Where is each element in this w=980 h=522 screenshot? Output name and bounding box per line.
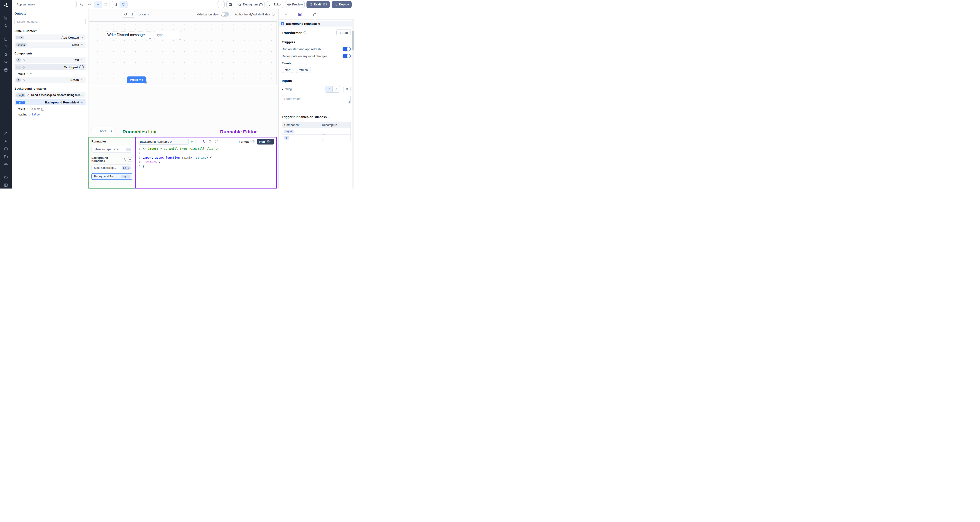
rail-home-icon[interactable] [4, 37, 8, 41]
scroll-into-view-icon[interactable] [22, 66, 25, 69]
tab-component-settings[interactable] [298, 12, 302, 16]
center-layout-button[interactable] [94, 2, 102, 8]
fullwidth-layout-button[interactable] [102, 2, 110, 8]
draft-button[interactable]: Draft⌘S [307, 1, 329, 8]
rail-runs-icon[interactable] [4, 45, 8, 49]
delete-icon[interactable] [208, 139, 212, 144]
output-row-a[interactable]: a Text [14, 57, 86, 63]
chevron-up-icon[interactable] [81, 101, 84, 104]
chevron-up-icon[interactable] [80, 66, 83, 69]
more-menu-button[interactable]: ⋮ [218, 1, 224, 8]
preview-button[interactable]: Preview [285, 1, 305, 8]
runnable-name-input[interactable] [138, 138, 189, 145]
runnables-title: Runnables [91, 140, 132, 143]
tab-styling[interactable] [312, 12, 317, 16]
rail-schedules-icon[interactable] [4, 68, 8, 72]
code-editor[interactable]: 123456 // import * as wmill from "windmi… [136, 146, 276, 188]
ai-assistant-icon[interactable] [201, 139, 206, 144]
info-icon[interactable] [328, 115, 331, 119]
press-me-button[interactable]: Press me [127, 76, 146, 83]
undo-button[interactable] [78, 2, 84, 8]
rail-resources-icon[interactable] [4, 60, 8, 64]
scroll-into-view-icon[interactable] [27, 94, 30, 97]
desktop-view-button[interactable] [119, 2, 127, 8]
output-row-c[interactable]: c Button [14, 77, 86, 83]
hide-bar-toggle[interactable] [221, 12, 229, 17]
rail-user-icon[interactable] [4, 131, 8, 135]
info-icon[interactable] [272, 13, 275, 16]
windmill-logo[interactable] [3, 2, 9, 9]
deploy-button[interactable]: Deploy [332, 1, 352, 8]
zoom-in-button[interactable]: + [108, 128, 115, 134]
chevron-down-icon[interactable] [81, 58, 84, 62]
static-mode-button[interactable] [325, 86, 332, 92]
event-start-pill[interactable]: start [282, 67, 293, 73]
output-row-state[interactable]: state State [14, 42, 86, 48]
frequency-select[interactable]: once [139, 13, 150, 16]
info-icon[interactable] [303, 31, 307, 34]
outputs-search-input[interactable] [14, 18, 86, 25]
rail-folders-icon[interactable] [4, 154, 8, 159]
run-button[interactable]: Run ⌘↵ [257, 138, 274, 145]
transformer-row: Transformer + Add [282, 29, 351, 36]
rail-settings-icon[interactable] [4, 139, 8, 143]
mobile-view-button[interactable] [112, 2, 119, 8]
connect-mode-button[interactable] [343, 86, 351, 92]
rail-workers-icon[interactable] [4, 147, 8, 151]
ctx-label: App Context [62, 36, 79, 39]
bg0-label: Send a message to discord using webhoo [31, 94, 84, 97]
rail-apps-icon[interactable] [4, 16, 8, 20]
resize-handle[interactable] [149, 37, 151, 38]
redo-button[interactable] [86, 2, 92, 8]
debug-runs-label: Debug runs (7) [243, 3, 263, 6]
static-value-input[interactable] [282, 95, 351, 104]
ai-wand-icon[interactable] [123, 158, 126, 161]
output-row-bg0[interactable]: bg_0 Send a message to discord using web… [14, 92, 86, 98]
app-summary-input[interactable] [14, 1, 77, 8]
expand-editor-icon[interactable] [215, 139, 219, 144]
rail-variables-icon[interactable] [4, 53, 8, 56]
discord-message-input[interactable] [154, 31, 181, 39]
output-row-ctx[interactable]: ctx App Context [14, 35, 86, 40]
runnable-item-script[interactable]: u/henri/scrape_githu... c [91, 146, 132, 153]
add-transformer-button[interactable]: + Add [336, 29, 351, 36]
output-row-b[interactable]: b Text Input [14, 64, 86, 70]
runnable-item-bg1[interactable]: Background Run... bg_1 [91, 173, 132, 180]
tab-insert[interactable]: + [285, 12, 288, 17]
output-row-bg1[interactable]: bg_1 Background Runnable 0 [14, 99, 86, 105]
event-refresh-pill[interactable]: refresh [296, 67, 310, 73]
app-grid[interactable]: Write Discord message: Press me [89, 21, 277, 85]
rail-collapse-icon[interactable] [4, 183, 8, 187]
expression-mode-button[interactable]: ƒ [332, 86, 340, 92]
run-on-start-toggle[interactable] [342, 47, 351, 51]
info-icon[interactable] [322, 48, 326, 51]
app-canvas[interactable]: Write Discord message: Press me [89, 19, 278, 188]
text-component[interactable]: Write Discord message: [106, 32, 151, 38]
resize-handle[interactable] [179, 37, 181, 40]
add-runnable-button[interactable]: + [128, 157, 132, 162]
zoom-out-button[interactable]: − [91, 128, 98, 134]
editor-button[interactable]: Editor [267, 1, 283, 8]
scroll-into-view-icon[interactable] [22, 78, 25, 81]
scrollbar-track[interactable] [352, 19, 354, 188]
text-input-component[interactable] [154, 31, 181, 39]
cache-icon[interactable] [195, 139, 199, 144]
debug-runs-button[interactable]: Debug runs (7) [236, 1, 265, 8]
scroll-into-view-icon[interactable] [22, 59, 25, 62]
runnable-item-bg0[interactable]: Send a message... bg_0 [91, 164, 132, 171]
chevron-down-icon[interactable] [81, 43, 84, 46]
components-header: Components [14, 52, 86, 55]
chevron-down-icon[interactable] [81, 78, 84, 81]
chevron-down-icon[interactable] [81, 36, 84, 39]
format-button[interactable]: Format ⌘S [239, 140, 255, 143]
recompute-toggle[interactable] [342, 54, 351, 58]
code-lines[interactable]: // import * as wmill from "windmill-clie… [142, 146, 276, 188]
rail-audit-icon[interactable] [4, 162, 8, 166]
rail-help-icon[interactable] [4, 175, 8, 180]
button-component[interactable]: Press me [127, 76, 146, 83]
rail-favorites-icon[interactable] [4, 23, 8, 27]
docs-button[interactable] [226, 1, 234, 8]
refresh-button[interactable] [122, 11, 129, 18]
resize-handle[interactable] [145, 81, 146, 83]
scrollbar-thumb[interactable] [352, 31, 354, 50]
